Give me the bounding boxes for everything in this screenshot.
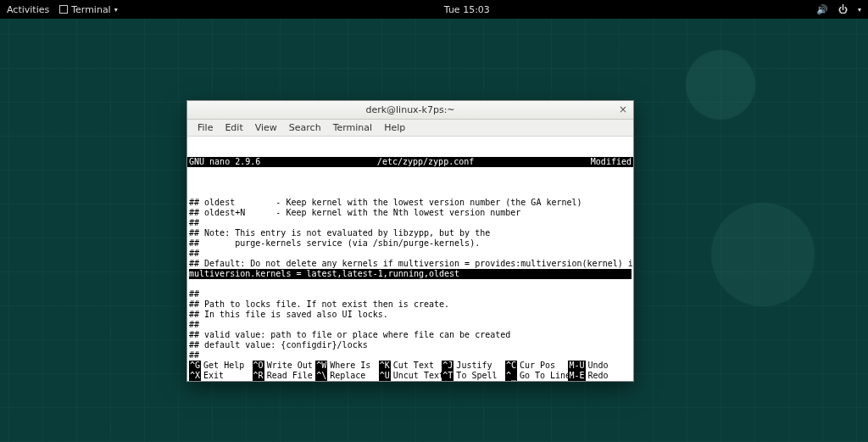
shortcut-key: ^X	[189, 371, 201, 381]
active-app-label: Terminal	[71, 4, 111, 15]
text-line: ## Path to locks file. If not exist then…	[189, 299, 632, 310]
text-line: ##	[189, 249, 632, 259]
active-app-menu[interactable]: Terminal ▾	[59, 4, 118, 15]
activities-button[interactable]: Activities	[7, 4, 49, 15]
nano-version: GNU nano 2.9.6	[189, 157, 260, 167]
power-icon[interactable]: ⏻	[838, 4, 848, 15]
shortcut-label: Go To Line	[520, 371, 569, 381]
window-title: derk@linux-k7ps:~	[365, 104, 454, 115]
volume-icon[interactable]: 🔊	[816, 4, 828, 15]
nano-shortcut: ^GGet Help	[189, 361, 253, 371]
window-titlebar[interactable]: derk@linux-k7ps:~ ×	[187, 101, 633, 120]
text-line	[189, 187, 632, 198]
terminal-content[interactable]: GNU nano 2.9.6 /etc/zypp/zypp.conf Modif…	[187, 137, 633, 381]
shortcut-label: Get Help	[203, 361, 244, 371]
nano-body: ## oldest - Keep kernel with the lowest …	[187, 187, 633, 381]
nano-shortcut: ^_Go To Line	[505, 371, 569, 381]
text-line: ## valid value: path to file or place wh…	[189, 330, 632, 340]
text-line: ##	[189, 320, 632, 330]
clock[interactable]: Tue 15:03	[444, 4, 490, 15]
text-line: ## oldest - Keep kernel with the lowest …	[189, 198, 632, 208]
terminal-app-icon	[59, 5, 68, 14]
nano-modified-flag: Modified	[591, 157, 632, 167]
shortcut-label: Cur Pos	[520, 361, 555, 371]
shortcut-key: ^J	[442, 361, 453, 371]
terminal-window: derk@linux-k7ps:~ × File Edit View Searc…	[186, 100, 634, 382]
nano-shortcut: ^WWhere Is	[315, 361, 379, 371]
nano-shortcut: M-UUndo	[568, 361, 632, 371]
text-line: ## oldest+N - Keep kernel with the Nth l…	[189, 208, 632, 218]
shortcut-key: ^\	[315, 371, 327, 381]
shortcut-key: M-U	[568, 361, 585, 371]
shortcut-key: ^T	[442, 371, 453, 381]
shortcut-label: Undo	[588, 361, 609, 371]
shortcut-label: Uncut Text	[393, 371, 442, 381]
nano-footer: ^GGet Help^OWrite Out^WWhere Is^KCut Tex…	[187, 361, 633, 381]
menu-help[interactable]: Help	[379, 120, 410, 135]
nano-shortcut: ^OWrite Out	[253, 361, 316, 371]
shortcut-label: To Spell	[456, 371, 497, 381]
gnome-topbar: Activities Terminal ▾ Tue 15:03 🔊 ⏻ ▾	[0, 0, 868, 19]
shortcut-key: ^K	[379, 361, 391, 371]
close-button[interactable]: ×	[616, 104, 630, 117]
text-line: ## Default: Do not delete any kernels if…	[189, 259, 632, 269]
text-line: ##	[189, 218, 632, 228]
shortcut-key: ^_	[505, 371, 517, 381]
nano-shortcut: ^\Replace	[315, 371, 379, 381]
menu-terminal[interactable]: Terminal	[328, 120, 378, 135]
nano-shortcut-row: ^GGet Help^OWrite Out^WWhere Is^KCut Tex…	[189, 361, 632, 371]
text-line: ## Note: This entry is not evaluated by …	[189, 228, 632, 238]
nano-shortcut: ^TTo Spell	[442, 371, 505, 381]
shortcut-key: ^W	[315, 361, 327, 371]
shortcut-label: Where Is	[330, 361, 370, 371]
system-menu-dropdown-icon[interactable]: ▾	[858, 6, 861, 14]
nano-shortcut: ^UUncut Text	[379, 371, 442, 381]
nano-header: GNU nano 2.9.6 /etc/zypp/zypp.conf Modif…	[187, 157, 633, 167]
nano-shortcut: ^XExit	[189, 371, 253, 381]
shortcut-label: Cut Text	[393, 361, 434, 371]
shortcut-key: ^C	[505, 361, 517, 371]
menu-file[interactable]: File	[192, 120, 218, 135]
text-line: ## default value: {configdir}/locks	[189, 340, 632, 350]
nano-shortcut: ^JJustify	[442, 361, 505, 371]
shortcut-label: Write Out	[267, 361, 313, 371]
nano-filename: /etc/zypp/zypp.conf	[260, 157, 591, 167]
nano-shortcut: ^KCut Text	[379, 361, 442, 371]
nano-shortcut: M-ERedo	[568, 371, 632, 381]
shortcut-key: M-E	[568, 371, 585, 381]
shortcut-label: Justify	[456, 361, 492, 371]
nano-cursor-line: multiversion.kernels = latest,latest-1,r…	[189, 269, 632, 279]
shortcut-label: Redo	[588, 371, 609, 381]
terminal-menubar: File Edit View Search Terminal Help	[187, 120, 633, 137]
shortcut-label: Exit	[203, 371, 224, 381]
text-line: ##	[189, 350, 632, 361]
menu-view[interactable]: View	[250, 120, 282, 135]
shortcut-key: ^U	[379, 371, 391, 381]
text-line	[189, 279, 632, 289]
nano-shortcut: ^CCur Pos	[505, 361, 569, 371]
shortcut-key: ^O	[253, 361, 264, 371]
shortcut-key: ^G	[189, 361, 201, 371]
nano-shortcut: ^RRead File	[253, 371, 316, 381]
shortcut-label: Replace	[330, 371, 365, 381]
text-line: ## purge-kernels service (via /sbin/purg…	[189, 238, 632, 249]
text-line: ##	[189, 289, 632, 299]
menu-edit[interactable]: Edit	[220, 120, 248, 135]
shortcut-key: ^R	[253, 371, 264, 381]
text-line: ## In this file is saved also UI locks.	[189, 310, 632, 320]
shortcut-label: Read File	[267, 371, 313, 381]
nano-shortcut-row: ^XExit^RRead File^\Replace^UUncut Text^T…	[189, 371, 632, 381]
menu-search[interactable]: Search	[284, 120, 326, 135]
